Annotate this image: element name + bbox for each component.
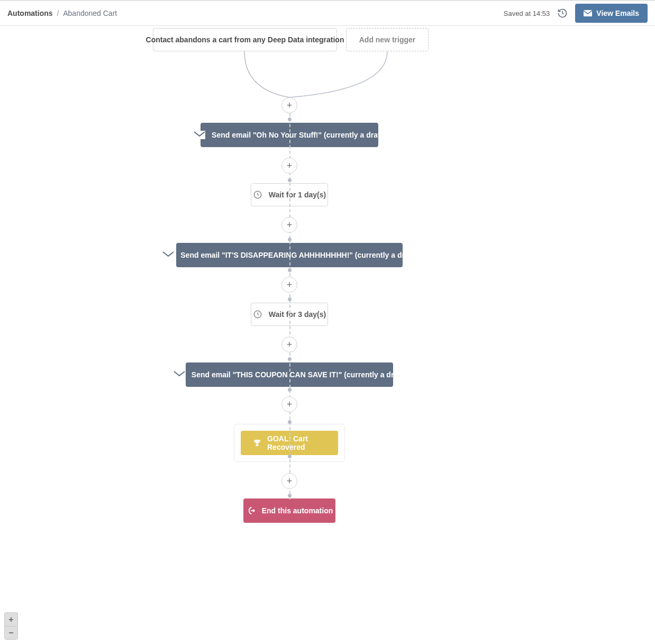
email-node-3-label: Send email "THIS COUPON CAN SAVE IT!" (c… bbox=[192, 370, 405, 379]
breadcrumb-current: Abandoned Cart bbox=[63, 9, 117, 17]
connector-dot bbox=[288, 455, 292, 458]
add-step-button[interactable]: + bbox=[281, 396, 297, 412]
connector-dot bbox=[288, 268, 292, 272]
breadcrumb-root[interactable]: Automations bbox=[7, 9, 53, 17]
trigger-label: Contact abandons a cart from any Deep Da… bbox=[146, 35, 344, 44]
connector-dot bbox=[288, 178, 292, 182]
add-step-button[interactable]: + bbox=[281, 217, 297, 233]
add-step-button[interactable]: + bbox=[281, 158, 297, 174]
page-header: Automations / Abandoned Cart Saved at 14… bbox=[0, 1, 655, 26]
automation-canvas[interactable]: Contact abandons a cart from any Deep Da… bbox=[0, 26, 655, 644]
zoom-out-button[interactable]: − bbox=[4, 626, 18, 640]
connector-dot bbox=[288, 297, 292, 301]
email-icon bbox=[174, 370, 185, 379]
goal-label: GOAL: Cart Recovered bbox=[267, 434, 326, 451]
svg-rect-0 bbox=[584, 10, 592, 16]
save-status: Saved at 14:53 bbox=[504, 10, 550, 17]
breadcrumb: Automations / Abandoned Cart bbox=[7, 9, 117, 17]
view-emails-button[interactable]: View Emails bbox=[575, 4, 648, 23]
email-icon bbox=[584, 10, 592, 16]
connector-dot bbox=[288, 494, 292, 497]
trophy-icon bbox=[252, 438, 262, 448]
trigger-node[interactable]: Contact abandons a cart from any Deep Da… bbox=[153, 28, 337, 51]
exit-icon bbox=[246, 506, 256, 515]
svg-rect-3 bbox=[162, 251, 174, 259]
zoom-out-label: − bbox=[8, 628, 13, 638]
email-icon bbox=[162, 251, 174, 259]
connector-dot bbox=[288, 420, 292, 424]
add-trigger-node[interactable]: Add new trigger bbox=[346, 28, 429, 51]
email-icon bbox=[194, 131, 205, 139]
end-node[interactable]: End this automation bbox=[243, 498, 335, 523]
add-step-button[interactable]: + bbox=[281, 337, 297, 352]
svg-rect-6 bbox=[257, 444, 258, 446]
end-label: End this automation bbox=[262, 506, 333, 515]
view-emails-label: View Emails bbox=[596, 9, 639, 17]
svg-rect-1 bbox=[194, 131, 205, 139]
clock-icon bbox=[253, 310, 262, 319]
connector-dot bbox=[288, 388, 292, 392]
zoom-in-label: + bbox=[8, 615, 13, 624]
email-node-1-label: Send email "Oh No Your Stuff!" (currentl… bbox=[212, 131, 385, 139]
add-step-button[interactable]: + bbox=[281, 277, 297, 293]
connector-dot bbox=[288, 238, 292, 241]
zoom-controls: + − bbox=[4, 612, 18, 640]
clock-icon bbox=[253, 190, 262, 199]
history-icon[interactable] bbox=[557, 8, 568, 19]
wait-node-2-label: Wait for 3 day(s) bbox=[269, 310, 326, 319]
connector-dot bbox=[288, 117, 292, 121]
svg-rect-7 bbox=[256, 446, 259, 447]
connector-dot bbox=[288, 357, 292, 361]
wait-node-1-label: Wait for 1 day(s) bbox=[269, 191, 326, 199]
svg-rect-5 bbox=[174, 370, 185, 379]
breadcrumb-separator: / bbox=[57, 9, 59, 17]
zoom-in-button[interactable]: + bbox=[4, 612, 18, 626]
email-node-2-label: Send email "IT'S DISAPPEARING AHHHHHHHH!… bbox=[180, 251, 416, 259]
add-step-button[interactable]: + bbox=[281, 473, 297, 489]
add-step-button[interactable]: + bbox=[281, 97, 297, 113]
add-trigger-label: Add new trigger bbox=[359, 35, 416, 44]
